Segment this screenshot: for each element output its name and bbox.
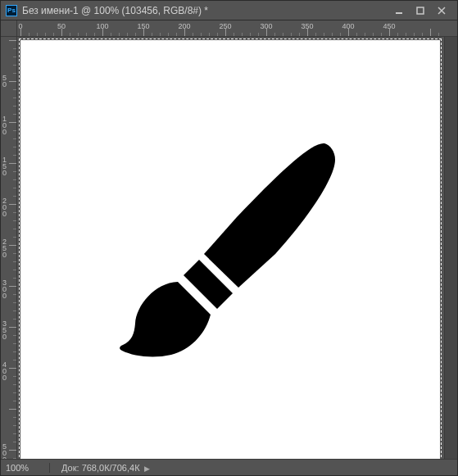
- chevron-right-icon[interactable]: ▶: [144, 465, 150, 473]
- canvas[interactable]: [20, 40, 440, 459]
- document-title: Без имени-1 @ 100% (103456, RGB/8#) *: [22, 5, 388, 16]
- doc-size-label: Док:: [61, 463, 79, 473]
- ruler-v-label: 150: [2, 156, 14, 176]
- document-size-readout[interactable]: Док: 768,0К/706,4К ▶: [61, 463, 150, 473]
- ruler-h-label: 250: [219, 22, 231, 30]
- ruler-h-label: 0: [18, 22, 22, 30]
- maximize-button[interactable]: [410, 3, 431, 18]
- doc-size-value: 768,0К/706,4К: [82, 463, 140, 473]
- svg-rect-0: [396, 12, 402, 14]
- ruler-v-label: 400: [2, 361, 14, 381]
- ruler-h-label: 150: [137, 22, 149, 30]
- ruler-v-label: 100: [2, 116, 14, 135]
- ruler-v-label: 500: [2, 443, 14, 459]
- photoshop-app-icon: Ps: [6, 5, 17, 16]
- titlebar: Ps Без имени-1 @ 100% (103456, RGB/8#) *: [1, 1, 457, 20]
- statusbar: 100% Док: 768,0К/706,4К ▶: [1, 459, 457, 475]
- ruler-v-label: 300: [2, 279, 14, 299]
- ruler-vertical[interactable]: 50100150200250300350400500: [1, 37, 17, 459]
- scrollbar-vertical[interactable]: [444, 37, 457, 459]
- ruler-v-label: 200: [2, 197, 14, 217]
- close-button[interactable]: [431, 3, 452, 18]
- workspace: 050100150200250300350400450 501001502002…: [1, 20, 457, 459]
- ruler-h-label: 200: [178, 22, 190, 30]
- ruler-h-label: 400: [342, 22, 354, 30]
- svg-rect-1: [417, 7, 424, 14]
- ruler-horizontal[interactable]: 050100150200250300350400450: [17, 20, 444, 37]
- ruler-h-label: 350: [301, 22, 313, 30]
- ruler-h-end: [444, 20, 457, 37]
- ruler-h-label: 100: [96, 22, 108, 30]
- document-window: Ps Без имени-1 @ 100% (103456, RGB/8#) *…: [0, 0, 458, 476]
- ruler-v-label: 50: [2, 75, 14, 88]
- minimize-button[interactable]: [388, 3, 410, 18]
- ruler-h-label: 50: [57, 22, 66, 30]
- ruler-v-label: 250: [2, 238, 14, 258]
- ruler-h-label: 450: [383, 22, 395, 30]
- ruler-h-label: 300: [260, 22, 272, 30]
- zoom-level-field[interactable]: 100%: [6, 463, 50, 473]
- ruler-v-label: 350: [2, 320, 14, 340]
- canvas-viewport[interactable]: [17, 37, 444, 459]
- ruler-origin-corner[interactable]: [1, 20, 17, 37]
- brush-icon: [107, 127, 353, 373]
